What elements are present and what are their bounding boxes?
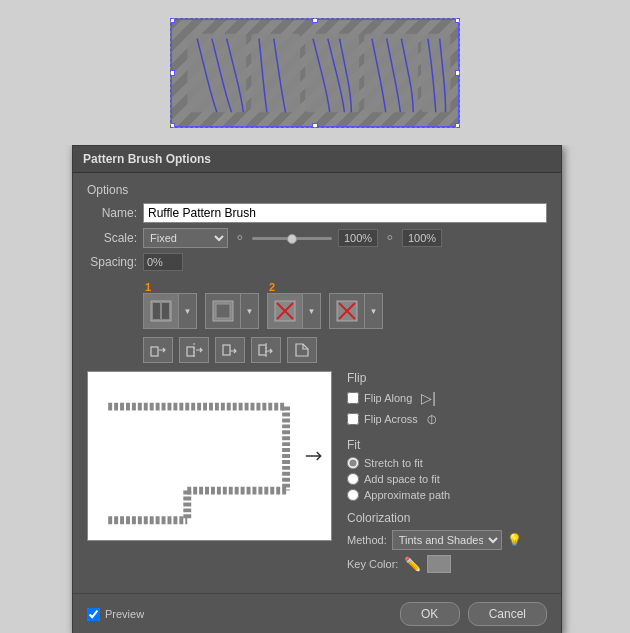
name-row: Name: [87,203,547,223]
add-space-label: Add space to fit [364,473,440,485]
svg-rect-20 [259,345,266,355]
fit-title: Fit [347,438,547,452]
options-label: Options [87,183,547,197]
transform-btn-3[interactable] [215,337,245,363]
flip-title: Flip [347,371,547,385]
method-select[interactable]: Tints and Shades [392,530,502,550]
spacing-row: Spacing: [87,253,547,271]
tile-group-3: 2 [267,293,321,329]
scale-slider[interactable] [252,237,332,240]
preview-label: Preview [105,608,144,620]
tile-group-2 [205,293,259,329]
flip-across-icon: ⌽ [427,410,437,428]
flip-across-checkbox[interactable] [347,413,359,425]
tile-3-container [267,293,321,329]
ok-button[interactable]: OK [400,602,460,626]
right-panel: Flip Flip Along ▷| Flip Across ⌽ Fit [342,371,547,583]
svg-rect-6 [153,303,160,319]
fit-section: Fit Stretch to fit Add space to fit Appr… [347,438,547,501]
key-color-swatch[interactable] [427,555,451,573]
tile-2-btn[interactable] [205,293,241,329]
key-color-label: Key Color: [347,558,398,570]
transform-btn-5[interactable] [287,337,317,363]
spacing-input[interactable] [143,253,183,271]
transform-btn-2[interactable] [179,337,209,363]
scale-percent-input2[interactable] [402,229,442,247]
tile-1-container [143,293,197,329]
scale-percent-input[interactable] [338,229,378,247]
brush-preview-box [87,371,332,541]
dialog-title: Pattern Brush Options [73,146,561,173]
canvas-area [0,0,630,145]
scale-select[interactable]: Fixed [143,228,228,248]
transform-btn-1[interactable] [143,337,173,363]
tile-4-dropdown[interactable] [365,293,383,329]
tile-1-btn[interactable] [143,293,179,329]
btn-group: OK Cancel [400,602,547,626]
tiles-row: 1 [143,279,547,329]
stretch-radio[interactable] [347,457,359,469]
dialog: Pattern Brush Options Options Name: Scal… [72,145,562,633]
stretch-row: Stretch to fit [347,457,547,469]
approx-radio[interactable] [347,489,359,501]
svg-rect-19 [223,345,230,355]
tile-2-container [205,293,259,329]
name-input[interactable] [143,203,547,223]
dialog-content: Options Name: Scale: Fixed ⚬ ⚬ Spacing: [73,173,561,593]
cancel-button[interactable]: Cancel [468,602,547,626]
flip-across-row: Flip Across ⌽ [347,410,547,428]
scale-icon2: ⚬ [384,230,396,246]
add-space-row: Add space to fit [347,473,547,485]
tile-group-4 [329,293,383,329]
tile-2-dropdown[interactable] [241,293,259,329]
dialog-footer: Preview OK Cancel [73,593,561,633]
tile-3-dropdown[interactable] [303,293,321,329]
info-icon[interactable]: 💡 [507,533,522,547]
scale-slider-container [252,237,332,240]
flip-along-icon: ▷| [421,390,436,406]
preview-check-row: Preview [87,608,144,621]
method-row: Method: Tints and Shades 💡 [347,530,547,550]
key-color-row: Key Color: ✏️ [347,555,547,573]
tile-3-btn[interactable] [267,293,303,329]
svg-rect-22 [88,372,330,540]
tile-1-dropdown[interactable] [179,293,197,329]
svg-rect-7 [162,303,169,319]
transform-row [143,337,547,363]
flip-section: Flip Flip Along ▷| Flip Across ⌽ [347,371,547,428]
scale-link-icon: ⚬ [234,230,246,246]
svg-rect-4 [421,33,450,112]
tile-num-1: 1 [145,281,151,293]
flip-along-row: Flip Along ▷| [347,390,547,406]
scale-row: Scale: Fixed ⚬ ⚬ [87,228,547,248]
canvas-preview [170,18,460,128]
svg-rect-3 [364,33,418,112]
approx-row: Approximate path [347,489,547,501]
scale-label: Scale: [87,231,137,245]
svg-rect-0 [187,33,246,112]
colorization-section: Colorization Method: Tints and Shades 💡 … [347,511,547,573]
transform-btn-4[interactable] [251,337,281,363]
tile-group-1: 1 [143,293,197,329]
eyedropper-icon[interactable]: ✏️ [404,556,421,572]
preview-checkbox[interactable] [87,608,100,621]
stretch-label: Stretch to fit [364,457,423,469]
svg-rect-1 [251,33,300,112]
spacing-label: Spacing: [87,255,137,269]
tile-4-container [329,293,383,329]
name-label: Name: [87,206,137,220]
svg-rect-9 [216,304,230,318]
text-shapes [171,19,459,127]
colorization-title: Colorization [347,511,547,525]
flip-along-label: Flip Along [364,392,412,404]
add-space-radio[interactable] [347,473,359,485]
svg-rect-17 [187,347,194,356]
flip-across-label: Flip Across [364,413,418,425]
tile-4-btn[interactable] [329,293,365,329]
svg-rect-16 [151,347,158,356]
flip-along-checkbox[interactable] [347,392,359,404]
main-area: Flip Flip Along ▷| Flip Across ⌽ Fit [87,371,547,583]
slider-thumb [287,234,297,244]
approx-label: Approximate path [364,489,450,501]
method-label: Method: [347,534,387,546]
